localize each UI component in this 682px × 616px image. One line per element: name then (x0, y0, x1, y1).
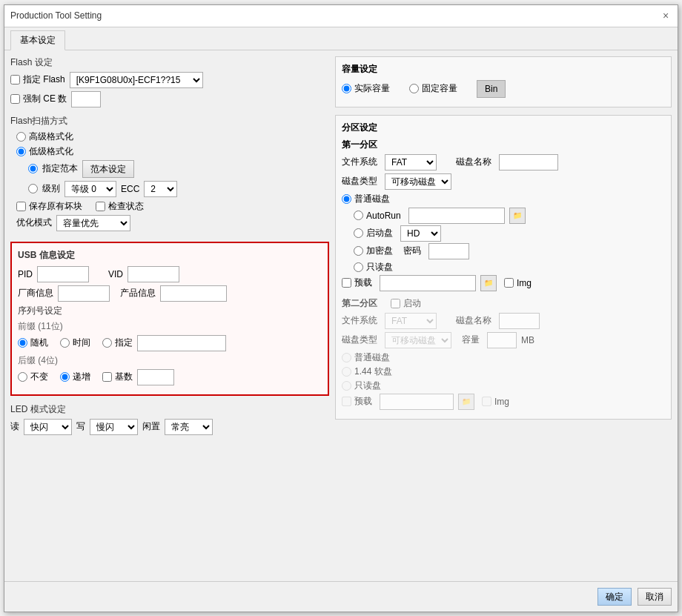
second-preload-browse-button[interactable]: 📁 (458, 394, 474, 410)
second-preload-img-checkbox[interactable] (482, 397, 491, 406)
second-fs-select[interactable]: FAT (385, 313, 437, 329)
password-input[interactable]: 1111 (428, 243, 469, 259)
force-ce-input[interactable]: 1 (71, 91, 101, 107)
footer: 确定 取消 (4, 581, 678, 612)
prefix-time-radio[interactable] (60, 338, 70, 348)
first-disk-type-select[interactable]: 可移动磁盘 (385, 173, 451, 190)
boot-disk-label: 启动盘 (366, 227, 393, 239)
cancel-button[interactable]: 取消 (638, 588, 672, 606)
autorun-radio-row: AutoRun (354, 211, 401, 221)
prefix-fixed-radio[interactable] (102, 338, 112, 348)
specify-flash-select[interactable]: [K9F1G08U0x]-ECF1??15 (70, 72, 203, 88)
actual-capacity-radio[interactable] (342, 84, 351, 93)
vid-label: VID (108, 269, 123, 279)
keep-bad-row: 保存原有坏块 (16, 200, 82, 213)
first-normal-disk-radio[interactable] (342, 194, 351, 204)
ecc-select[interactable]: 2 (144, 181, 177, 197)
tab-bar: 基本设定 (4, 27, 678, 50)
optimize-row: 优化模式 容量优先 (16, 215, 329, 231)
password-label: 密码 (403, 245, 421, 257)
tab-basic[interactable]: 基本设定 (10, 30, 65, 50)
ecc-label: ECC (121, 184, 139, 194)
force-ce-checkbox-row: 强制 CE 数 (10, 93, 67, 105)
product-input[interactable]: Flash Disk (160, 285, 227, 302)
low-format-radio[interactable] (16, 147, 26, 156)
readonly-disk-radio[interactable] (354, 262, 363, 272)
suffix-increment-radio[interactable] (60, 372, 70, 382)
autorun-radio[interactable] (354, 211, 363, 220)
manufacturer-input[interactable]: USB 2.0 (58, 285, 110, 302)
readonly-disk-row: 只读盘 (354, 261, 665, 274)
second-readonly-row: 只读盘 (342, 380, 665, 392)
second-disk-type-select[interactable]: 可移动磁盘 (385, 332, 451, 348)
first-disk-name-input[interactable] (499, 154, 558, 170)
second-boot-checkbox[interactable] (391, 299, 400, 308)
led-read-select[interactable]: 快闪 (24, 419, 72, 435)
readonly-disk-label: 只读盘 (366, 261, 393, 274)
encrypted-disk-row: 加密盘 密码 1111 (354, 243, 665, 259)
force-ce-checkbox[interactable] (10, 94, 20, 104)
second-normal-disk-row: 普通磁盘 (342, 351, 665, 364)
led-write-label: 写 (76, 420, 85, 433)
confirm-button[interactable]: 确定 (597, 588, 632, 606)
second-disk-name-input[interactable]: 22 (499, 313, 540, 329)
preload-label: 预载 (354, 276, 372, 289)
second-partition-header: 第二分区 启动 (342, 297, 665, 310)
preload-img-label: Img (517, 278, 532, 288)
prefix-fixed-label: 指定 (115, 337, 133, 349)
second-preload-input[interactable] (380, 394, 454, 410)
led-write-select[interactable]: 慢闪 (90, 419, 138, 435)
led-idle-select[interactable]: 常亮 (165, 419, 213, 435)
boot-disk-select[interactable]: HD (400, 225, 441, 242)
low-format-row: 低级格式化 (16, 145, 329, 158)
keep-bad-checkbox[interactable] (16, 202, 26, 211)
fixed-capacity-label: 固定容量 (422, 82, 457, 95)
preload-img-checkbox[interactable] (504, 278, 514, 288)
pid-input[interactable]: 0202 (37, 266, 89, 282)
preload-img-row: Img (504, 278, 532, 288)
second-partition: 第二分区 启动 文件系统 FAT 磁盘名称 22 (342, 297, 665, 410)
second-preload-label: 预载 (354, 395, 372, 408)
preload-checkbox[interactable] (342, 278, 351, 288)
suffix-odd-checkbox[interactable] (102, 372, 112, 382)
led-read-label: 读 (10, 420, 19, 433)
encrypted-disk-radio[interactable] (354, 246, 363, 256)
second-partition-title: 第二分区 (342, 297, 377, 310)
level-radio[interactable] (28, 184, 38, 193)
autorun-input[interactable]: C:\Documents and Set (408, 208, 505, 224)
high-format-radio[interactable] (16, 132, 26, 142)
specify-range-radio[interactable] (28, 164, 38, 173)
vid-input[interactable]: 1aa6 (128, 266, 179, 282)
high-format-label: 高级格式化 (29, 130, 73, 143)
first-disk-name-label: 磁盘名称 (456, 156, 491, 168)
prefix-random-radio[interactable] (18, 338, 27, 348)
second-preload-checkbox-row: 预载 (342, 395, 372, 408)
second-preload-checkbox[interactable] (342, 397, 351, 406)
optimize-select[interactable]: 容量优先 (56, 215, 130, 231)
prefix-fixed-row: 指定 (102, 337, 133, 349)
suffix-unchanged-radio[interactable] (18, 372, 27, 382)
main-window: Production Tool Setting × 基本设定 Flash 设定 … (4, 4, 678, 612)
keep-bad-label: 保存原有坏块 (29, 200, 82, 213)
autorun-browse-button[interactable]: 📁 (509, 208, 526, 224)
second-normal-disk-radio[interactable] (342, 353, 351, 362)
second-capacity-input[interactable]: 5 (487, 332, 517, 348)
specify-flash-checkbox[interactable] (10, 75, 20, 85)
close-button[interactable]: × (660, 10, 672, 21)
boot-disk-radio-row: 启动盘 (354, 227, 393, 239)
first-fs-select[interactable]: FAT (385, 154, 437, 170)
second-floppy-radio[interactable] (342, 367, 351, 377)
bin-button[interactable]: Bin (477, 80, 506, 98)
left-panel: Flash 设定 指定 Flash [K9F1G08U0x]-ECF1??15 … (10, 56, 329, 575)
preload-input[interactable]: C:\Documents and Settir (380, 275, 476, 291)
fixed-capacity-radio[interactable] (409, 84, 419, 93)
second-readonly-radio[interactable] (342, 381, 351, 391)
level-select[interactable]: 等级 0 (64, 181, 116, 197)
check-status-checkbox[interactable] (96, 202, 105, 211)
first-normal-disk-row: 普通磁盘 (342, 193, 665, 205)
prefix-fixed-input[interactable]: 111111111111 (137, 335, 226, 351)
boot-disk-radio[interactable] (354, 228, 363, 238)
suffix-odd-input[interactable]: 21e (137, 369, 174, 385)
preload-browse-button[interactable]: 📁 (480, 275, 497, 291)
range-setting-button[interactable]: 范本设定 (82, 160, 134, 178)
